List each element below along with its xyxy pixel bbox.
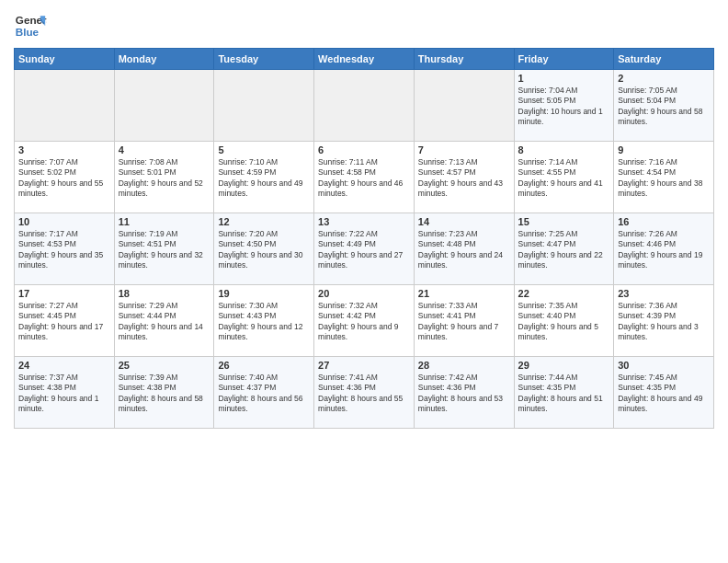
day-info: Sunrise: 7:33 AM Sunset: 4:41 PM Dayligh…	[418, 301, 510, 343]
day-info: Sunrise: 7:07 AM Sunset: 5:02 PM Dayligh…	[18, 157, 110, 200]
day-info: Sunrise: 7:44 AM Sunset: 4:35 PM Dayligh…	[518, 373, 610, 415]
weekday-header: Tuesday	[214, 49, 314, 70]
calendar-cell: 6Sunrise: 7:11 AM Sunset: 4:58 PM Daylig…	[314, 142, 415, 213]
day-info: Sunrise: 7:13 AM Sunset: 4:57 PM Dayligh…	[418, 157, 510, 200]
day-info: Sunrise: 7:45 AM Sunset: 4:35 PM Dayligh…	[618, 373, 710, 415]
calendar-cell: 1Sunrise: 7:04 AM Sunset: 5:05 PM Daylig…	[514, 70, 614, 142]
day-number: 14	[418, 216, 510, 227]
day-number: 7	[418, 144, 510, 155]
calendar-header-row: SundayMondayTuesdayWednesdayThursdayFrid…	[15, 49, 714, 70]
calendar-cell: 11Sunrise: 7:19 AM Sunset: 4:51 PM Dayli…	[114, 213, 214, 285]
day-info: Sunrise: 7:17 AM Sunset: 4:53 PM Dayligh…	[18, 229, 110, 271]
day-number: 27	[318, 360, 410, 371]
weekday-header: Friday	[514, 49, 614, 70]
day-number: 2	[618, 73, 710, 84]
day-info: Sunrise: 7:10 AM Sunset: 4:59 PM Dayligh…	[218, 157, 310, 200]
calendar-cell: 10Sunrise: 7:17 AM Sunset: 4:53 PM Dayli…	[15, 213, 115, 285]
page-container: General Blue SundayMondayTuesdayWednesda…	[0, 0, 728, 433]
day-number: 9	[618, 144, 710, 155]
day-number: 24	[18, 360, 110, 371]
calendar-cell: 3Sunrise: 7:07 AM Sunset: 5:02 PM Daylig…	[15, 142, 115, 213]
calendar-cell: 20Sunrise: 7:32 AM Sunset: 4:42 PM Dayli…	[314, 285, 415, 357]
calendar-cell: 25Sunrise: 7:39 AM Sunset: 4:38 PM Dayli…	[114, 357, 214, 429]
calendar-cell: 7Sunrise: 7:13 AM Sunset: 4:57 PM Daylig…	[414, 142, 514, 213]
day-info: Sunrise: 7:35 AM Sunset: 4:40 PM Dayligh…	[518, 301, 610, 343]
day-number: 16	[618, 216, 710, 227]
day-info: Sunrise: 7:42 AM Sunset: 4:36 PM Dayligh…	[418, 373, 510, 415]
day-number: 20	[318, 288, 410, 299]
day-number: 6	[318, 144, 410, 155]
day-info: Sunrise: 7:19 AM Sunset: 4:51 PM Dayligh…	[119, 229, 210, 271]
day-info: Sunrise: 7:20 AM Sunset: 4:50 PM Dayligh…	[218, 229, 310, 271]
logo: General Blue	[14, 9, 47, 42]
day-number: 13	[318, 216, 410, 227]
calendar-cell: 5Sunrise: 7:10 AM Sunset: 4:59 PM Daylig…	[214, 142, 314, 213]
calendar-cell	[314, 70, 415, 142]
day-number: 3	[18, 144, 110, 155]
calendar-cell: 22Sunrise: 7:35 AM Sunset: 4:40 PM Dayli…	[514, 285, 614, 357]
day-number: 17	[18, 288, 110, 299]
calendar-cell	[414, 70, 514, 142]
weekday-header: Wednesday	[314, 49, 415, 70]
day-number: 8	[518, 144, 610, 155]
calendar-cell: 16Sunrise: 7:26 AM Sunset: 4:46 PM Dayli…	[614, 213, 714, 285]
day-number: 22	[518, 288, 610, 299]
weekday-header: Monday	[114, 49, 214, 70]
calendar-cell: 2Sunrise: 7:05 AM Sunset: 5:04 PM Daylig…	[614, 70, 714, 142]
day-info: Sunrise: 7:08 AM Sunset: 5:01 PM Dayligh…	[119, 157, 210, 200]
day-info: Sunrise: 7:23 AM Sunset: 4:48 PM Dayligh…	[418, 229, 510, 271]
calendar-cell: 13Sunrise: 7:22 AM Sunset: 4:49 PM Dayli…	[314, 213, 415, 285]
day-number: 10	[18, 216, 110, 227]
weekday-header: Saturday	[614, 49, 714, 70]
day-number: 25	[119, 360, 210, 371]
day-info: Sunrise: 7:26 AM Sunset: 4:46 PM Dayligh…	[618, 229, 710, 271]
day-number: 21	[418, 288, 510, 299]
calendar-body: 1Sunrise: 7:04 AM Sunset: 5:05 PM Daylig…	[15, 70, 714, 429]
calendar-cell	[214, 70, 314, 142]
day-number: 26	[218, 360, 310, 371]
day-number: 12	[218, 216, 310, 227]
calendar-week-row: 3Sunrise: 7:07 AM Sunset: 5:02 PM Daylig…	[15, 142, 714, 213]
calendar-cell: 14Sunrise: 7:23 AM Sunset: 4:48 PM Dayli…	[414, 213, 514, 285]
calendar-cell: 29Sunrise: 7:44 AM Sunset: 4:35 PM Dayli…	[514, 357, 614, 429]
calendar-week-row: 10Sunrise: 7:17 AM Sunset: 4:53 PM Dayli…	[15, 213, 714, 285]
day-info: Sunrise: 7:16 AM Sunset: 4:54 PM Dayligh…	[618, 157, 710, 200]
calendar-cell: 15Sunrise: 7:25 AM Sunset: 4:47 PM Dayli…	[514, 213, 614, 285]
day-number: 30	[618, 360, 710, 371]
day-number: 23	[618, 288, 710, 299]
logo-icon: General Blue	[14, 9, 47, 42]
calendar-cell: 8Sunrise: 7:14 AM Sunset: 4:55 PM Daylig…	[514, 142, 614, 213]
calendar-week-row: 1Sunrise: 7:04 AM Sunset: 5:05 PM Daylig…	[15, 70, 714, 142]
calendar-table: SundayMondayTuesdayWednesdayThursdayFrid…	[14, 48, 714, 429]
day-number: 19	[218, 288, 310, 299]
calendar-cell: 21Sunrise: 7:33 AM Sunset: 4:41 PM Dayli…	[414, 285, 514, 357]
day-info: Sunrise: 7:36 AM Sunset: 4:39 PM Dayligh…	[618, 301, 710, 343]
calendar-cell: 30Sunrise: 7:45 AM Sunset: 4:35 PM Dayli…	[614, 357, 714, 429]
calendar-cell: 28Sunrise: 7:42 AM Sunset: 4:36 PM Dayli…	[414, 357, 514, 429]
calendar-cell: 26Sunrise: 7:40 AM Sunset: 4:37 PM Dayli…	[214, 357, 314, 429]
day-number: 1	[518, 73, 610, 84]
day-info: Sunrise: 7:11 AM Sunset: 4:58 PM Dayligh…	[318, 157, 410, 200]
day-number: 5	[218, 144, 310, 155]
day-number: 11	[119, 216, 210, 227]
day-info: Sunrise: 7:39 AM Sunset: 4:38 PM Dayligh…	[119, 373, 210, 415]
calendar-cell: 4Sunrise: 7:08 AM Sunset: 5:01 PM Daylig…	[114, 142, 214, 213]
day-info: Sunrise: 7:22 AM Sunset: 4:49 PM Dayligh…	[318, 229, 410, 271]
day-info: Sunrise: 7:40 AM Sunset: 4:37 PM Dayligh…	[218, 373, 310, 415]
day-number: 15	[518, 216, 610, 227]
day-info: Sunrise: 7:05 AM Sunset: 5:04 PM Dayligh…	[618, 86, 710, 128]
weekday-header: Sunday	[15, 49, 115, 70]
day-info: Sunrise: 7:14 AM Sunset: 4:55 PM Dayligh…	[518, 157, 610, 200]
calendar-week-row: 24Sunrise: 7:37 AM Sunset: 4:38 PM Dayli…	[15, 357, 714, 429]
calendar-cell: 23Sunrise: 7:36 AM Sunset: 4:39 PM Dayli…	[614, 285, 714, 357]
day-info: Sunrise: 7:25 AM Sunset: 4:47 PM Dayligh…	[518, 229, 610, 271]
calendar-cell: 18Sunrise: 7:29 AM Sunset: 4:44 PM Dayli…	[114, 285, 214, 357]
calendar-cell	[114, 70, 214, 142]
day-number: 4	[119, 144, 210, 155]
day-info: Sunrise: 7:32 AM Sunset: 4:42 PM Dayligh…	[318, 301, 410, 343]
day-info: Sunrise: 7:30 AM Sunset: 4:43 PM Dayligh…	[218, 301, 310, 343]
calendar-cell: 12Sunrise: 7:20 AM Sunset: 4:50 PM Dayli…	[214, 213, 314, 285]
day-info: Sunrise: 7:29 AM Sunset: 4:44 PM Dayligh…	[119, 301, 210, 343]
header: General Blue	[14, 9, 714, 42]
day-info: Sunrise: 7:04 AM Sunset: 5:05 PM Dayligh…	[518, 86, 610, 128]
